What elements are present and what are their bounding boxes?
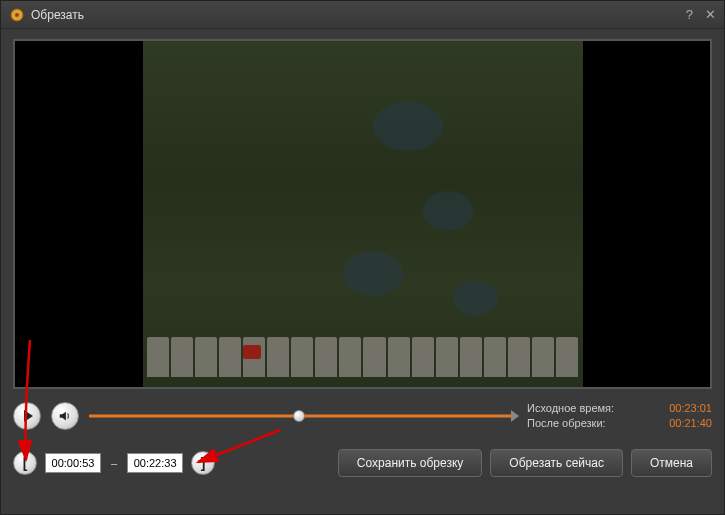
- content-area: Исходное время: 00:23:01 После обрезки: …: [1, 29, 724, 514]
- bottom-row: [ – ] Сохранить обрезку Обрезать сейчас …: [13, 443, 712, 477]
- set-end-button[interactable]: ]: [191, 451, 215, 475]
- end-time-input[interactable]: [127, 453, 183, 473]
- window-buttons: ? ✕: [686, 7, 716, 22]
- help-button[interactable]: ?: [686, 7, 693, 22]
- trim-window: Обрезать ? ✕: [0, 0, 725, 515]
- window-title: Обрезать: [31, 8, 680, 22]
- source-time-value: 00:23:01: [669, 401, 712, 416]
- save-trim-button[interactable]: Сохранить обрезку: [338, 449, 482, 477]
- seek-thumb[interactable]: [293, 410, 305, 422]
- start-time-input[interactable]: [45, 453, 101, 473]
- close-button[interactable]: ✕: [705, 7, 716, 22]
- app-icon: [9, 7, 25, 23]
- source-time-label: Исходное время:: [527, 401, 614, 416]
- time-range-dash: –: [111, 457, 117, 469]
- playback-controls: Исходное время: 00:23:01 После обрезки: …: [13, 397, 712, 435]
- volume-button[interactable]: [51, 402, 79, 430]
- video-decoration: [143, 337, 583, 377]
- video-frame: [143, 41, 583, 387]
- svg-point-1: [15, 13, 19, 17]
- seek-end-marker: [511, 410, 519, 422]
- play-icon: [24, 410, 33, 422]
- cancel-button[interactable]: Отмена: [631, 449, 712, 477]
- volume-icon: [58, 409, 72, 423]
- set-start-button[interactable]: [: [13, 451, 37, 475]
- seek-slider[interactable]: [89, 406, 517, 426]
- video-marker: [243, 345, 261, 359]
- video-preview[interactable]: [13, 39, 712, 389]
- time-info: Исходное время: 00:23:01 После обрезки: …: [527, 401, 712, 431]
- after-trim-label: После обрезки:: [527, 416, 606, 431]
- trim-now-button[interactable]: Обрезать сейчас: [490, 449, 623, 477]
- play-button[interactable]: [13, 402, 41, 430]
- after-trim-value: 00:21:40: [669, 416, 712, 431]
- title-bar: Обрезать ? ✕: [1, 1, 724, 29]
